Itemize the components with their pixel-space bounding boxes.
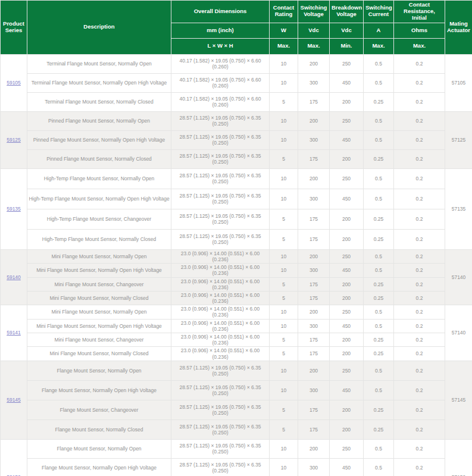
contact-rating-cell: 10 [270,361,298,380]
header-switching-current-limit: Max. [364,38,394,54]
header-dimensions-unit: mm (inch) [171,23,270,38]
switching-voltage-cell: 175 [298,149,330,168]
contact-rating-cell: 5 [270,92,298,111]
dimensions-cell: 23.0 (0.906) × 14.00 (0.551) × 6.00 (0.2… [171,347,270,361]
dimensions-cell: 28.57 (1.125) × 19.05 (0.750) × 6.35 (0.… [171,168,270,189]
table-row: Terminal Flange Mount Sensor, Normally C… [1,92,472,111]
contact-rating-cell: 5 [270,347,298,361]
dimensions-cell: 28.57 (1.125) × 19.05 (0.750) × 6.35 (0.… [171,380,270,400]
contact-resistance-cell: 0.2 [394,347,445,361]
product-spec-table: Product Series Description Overall Dimen… [0,0,472,476]
series-link[interactable]: 59105 [7,80,21,86]
contact-rating-cell: 5 [270,277,298,291]
header-contact-rating-limit: Max. [270,38,298,54]
contact-rating-cell: 10 [270,168,298,189]
switching-current-cell: 0.25 [364,92,394,111]
switching-current-cell: 0.25 [364,291,394,305]
breakdown-voltage-cell: 200 [330,333,364,347]
dimensions-cell: 28.57 (1.125) × 19.05 (0.750) × 6.35 (0.… [171,361,270,380]
contact-resistance-cell: 0.2 [394,333,445,347]
dimensions-cell: 28.57 (1.125) × 19.05 (0.750) × 6.35 (0.… [171,209,270,229]
header-contact-rating: Contact Rating [270,1,298,23]
description-cell: Mini Flange Mount Sensor, Normally Close… [27,347,171,361]
switching-voltage-cell: 200 [298,249,330,263]
breakdown-voltage-cell: 250 [330,361,364,380]
contact-rating-cell: 10 [270,319,298,333]
switching-current-cell: 0.25 [364,347,394,361]
contact-resistance-cell: 0.2 [394,54,445,73]
contact-resistance-cell: 0.2 [394,319,445,333]
contact-resistance-cell: 0.2 [394,111,445,130]
series-link[interactable]: 59145 [7,397,21,403]
dimensions-cell: 23.0 (0.906) × 14.00 (0.551) × 6.00 (0.2… [171,305,270,319]
contact-resistance-cell: 0.2 [394,264,445,277]
switching-voltage-cell: 200 [298,54,330,73]
table-row: Mini Flange Mount Sensor, Changeover23.0… [1,277,472,291]
series-cell: 59150 [1,439,27,476]
switching-current-cell: 0.5 [364,130,394,149]
description-cell: Mini Flange Mount Sensor, Normally Open … [27,319,171,333]
description-cell: Flange Mount Sensor, Changeover [27,400,171,419]
switching-current-cell: 0.5 [364,305,394,319]
breakdown-voltage-cell: 250 [330,249,364,263]
description-cell: Flange Mount Sensor, Normally Open High … [27,380,171,400]
switching-current-cell: 0.5 [364,439,394,458]
dimensions-cell: 23.0 (0.906) × 14.00 (0.551) × 6.00 (0.2… [171,291,270,305]
description-cell: High-Temp Flange Mount Sensor, Normally … [27,168,171,189]
contact-rating-cell: 10 [270,458,298,476]
breakdown-voltage-cell: 450 [330,264,364,277]
dimensions-cell: 28.57 (1.125) × 19.05 (0.750) × 6.35 (0.… [171,130,270,149]
dimensions-cell: 28.57 (1.125) × 19.05 (0.750) × 6.35 (0.… [171,439,270,458]
series-cell: 59125 [1,111,27,168]
breakdown-voltage-cell: 450 [330,73,364,92]
series-cell: 59145 [1,361,27,439]
header-overall-dimensions: Overall Dimensions [171,1,270,23]
contact-rating-cell: 10 [270,264,298,277]
contact-resistance-cell: 0.2 [394,380,445,400]
dimensions-cell: 40.17 (1.582) × 19.05 (0.750) × 6.60 (0.… [171,92,270,111]
contact-rating-cell: 10 [270,130,298,149]
contact-rating-cell: 10 [270,439,298,458]
switching-voltage-cell: 200 [298,439,330,458]
series-link[interactable]: 59140 [7,274,21,280]
breakdown-voltage-cell: 200 [330,229,364,249]
table-row: Pinned Flange Mount Sensor, Normally Clo… [1,149,472,168]
dimensions-cell: 23.0 (0.906) × 14.00 (0.551) × 6.00 (0.2… [171,319,270,333]
breakdown-voltage-cell: 450 [330,189,364,209]
breakdown-voltage-cell: 250 [330,168,364,189]
breakdown-voltage-cell: 250 [330,305,364,319]
series-link[interactable]: 59141 [7,330,21,336]
contact-resistance-cell: 0.2 [394,419,445,439]
switching-voltage-cell: 175 [298,419,330,439]
series-link[interactable]: 59125 [7,137,21,143]
switching-voltage-cell: 200 [298,168,330,189]
series-link[interactable]: 59135 [7,206,21,212]
header-contact-resistance: Contact Resistance, Initial [394,1,445,23]
description-cell: Flange Mount Sensor, Normally Open High … [27,458,171,476]
contact-resistance-cell: 0.2 [394,130,445,149]
switching-current-cell: 0.5 [364,319,394,333]
breakdown-voltage-cell: 250 [330,54,364,73]
series-cell: 59140 [1,249,27,305]
description-cell: Pinned Flange Mount Sensor, Normally Clo… [27,149,171,168]
header-switching-current-unit: A [364,23,394,38]
contact-rating-cell: 5 [270,419,298,439]
dimensions-cell: 28.57 (1.125) × 19.05 (0.750) × 6.35 (0.… [171,400,270,419]
switching-current-cell: 0.5 [364,168,394,189]
switching-voltage-cell: 300 [298,458,330,476]
series-cell: 59141 [1,305,27,361]
table-row: Flange Mount Sensor, Normally Closed28.5… [1,419,472,439]
dimensions-cell: 28.57 (1.125) × 19.05 (0.750) × 6.35 (0.… [171,189,270,209]
switching-current-cell: 0.25 [364,149,394,168]
breakdown-voltage-cell: 200 [330,419,364,439]
contact-resistance-cell: 0.2 [394,439,445,458]
description-cell: Mini Flange Mount Sensor, Normally Open [27,305,171,319]
table-row: Mini Flange Mount Sensor, Normally Open … [1,264,472,277]
breakdown-voltage-cell: 450 [330,458,364,476]
dimensions-cell: 28.57 (1.125) × 19.05 (0.750) × 6.35 (0.… [171,458,270,476]
dimensions-cell: 28.57 (1.125) × 19.05 (0.750) × 6.35 (0.… [171,111,270,130]
switching-voltage-cell: 200 [298,111,330,130]
contact-rating-cell: 10 [270,249,298,263]
header-mating-actuator: Mating Actuator [445,1,472,55]
switching-current-cell: 0.5 [364,380,394,400]
